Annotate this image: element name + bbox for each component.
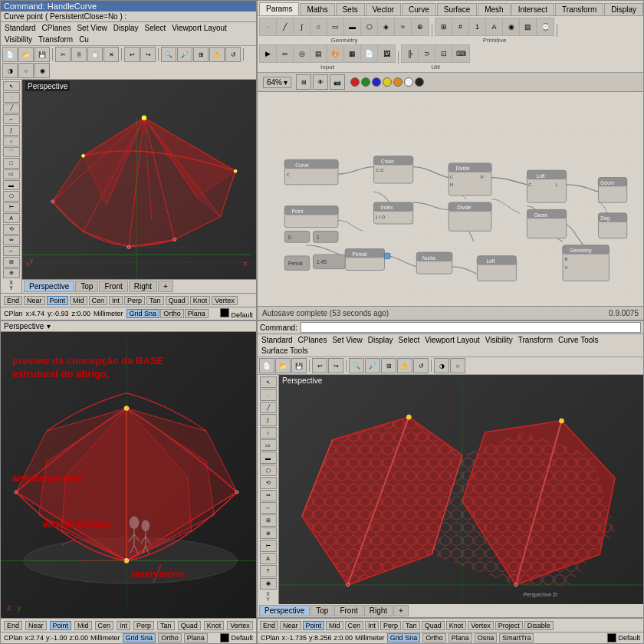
br-tab-add[interactable]: + — [393, 605, 409, 616]
grid-snap-btn[interactable]: Grid Sna — [127, 309, 160, 318]
br-scale[interactable]: ↔ — [260, 502, 277, 514]
open-btn[interactable]: 📂 — [18, 47, 34, 62]
select-tool[interactable]: ↖ — [3, 81, 20, 91]
save-btn[interactable]: 💾 — [34, 47, 50, 62]
ortho-btn[interactable]: Ortho — [160, 309, 184, 318]
menu-standard[interactable]: Standard — [2, 23, 38, 33]
scale-tool[interactable]: ↔ — [3, 246, 20, 256]
gh-icon-point[interactable]: · — [260, 18, 277, 35]
gh-tab-maths[interactable]: Maths — [300, 3, 334, 15]
br-command-input[interactable] — [301, 322, 641, 333]
tab-perspective-tl[interactable]: Perspective — [24, 281, 74, 292]
gh-util-script[interactable]: ⌨ — [452, 45, 469, 62]
gh-tab-mesh[interactable]: Mesh — [478, 3, 510, 15]
br-wire[interactable]: ○ — [450, 358, 465, 373]
gh-util-group[interactable]: ⊡ — [435, 45, 452, 62]
gh-tab-surface[interactable]: Surface — [437, 3, 477, 15]
menu-visibility[interactable]: Visibility — [2, 34, 34, 44]
snap-mid[interactable]: Mid — [70, 296, 87, 305]
br-zoom-out[interactable]: 🔎 — [365, 358, 380, 373]
wire-btn[interactable]: ○ — [18, 63, 34, 78]
br-menu-display[interactable]: Display — [366, 335, 396, 345]
br-menu-viewport-layout[interactable]: Viewport Layout — [422, 335, 482, 345]
tab-add-tl[interactable]: + — [158, 281, 173, 292]
br-mirror[interactable]: ⇔ — [260, 490, 277, 501]
br-snap-disable[interactable]: Disable — [524, 621, 554, 630]
redo-btn[interactable]: ↪ — [140, 47, 156, 62]
br-circle[interactable]: ○ — [260, 427, 277, 439]
curve-tool[interactable]: ∫ — [3, 125, 20, 135]
br-open[interactable]: 📂 — [275, 358, 291, 373]
gh-in-slider[interactable]: ═ — [277, 45, 294, 62]
gh-in-img[interactable]: 🖼 — [378, 45, 395, 62]
menu-cplanes[interactable]: CPlanes — [40, 23, 74, 33]
gh-icon-geo[interactable]: ⊕ — [412, 18, 429, 35]
gh-tab-display[interactable]: Display — [604, 3, 643, 15]
br-snap-project[interactable]: Project — [495, 621, 523, 630]
gh-util-relay[interactable]: ⊃ — [419, 45, 435, 62]
gh-icon-mesh[interactable]: ⬡ — [361, 18, 378, 35]
rotate-view-btn[interactable]: ↺ — [225, 47, 241, 62]
br-menu-visibility[interactable]: Visibility — [483, 335, 515, 345]
br-tab-front[interactable]: Front — [334, 605, 363, 616]
circle-tool[interactable]: ○ — [3, 136, 20, 146]
br-array[interactable]: ⊞ — [260, 514, 277, 526]
br-menu-setview[interactable]: Set View — [330, 335, 364, 345]
gh-tab-transform[interactable]: Transform — [555, 3, 603, 15]
paste-btn[interactable]: 📋 — [87, 47, 103, 62]
br-point[interactable]: · — [260, 389, 277, 400]
gh-eye-btn[interactable]: 👁 — [313, 74, 328, 90]
bl-vertex-snap[interactable]: Vertex — [227, 621, 253, 630]
gh-icon-surface[interactable]: ▭ — [327, 18, 344, 35]
br-zoom-all[interactable]: ⊞ — [381, 358, 396, 373]
br-osnap[interactable]: Osna — [475, 633, 498, 642]
br-redo[interactable]: ↪ — [328, 358, 343, 373]
snap-vertex[interactable]: Vertex — [212, 296, 238, 305]
undo-btn[interactable]: ↩ — [124, 47, 140, 62]
gh-tab-sets[interactable]: Sets — [336, 3, 365, 15]
br-new[interactable]: 📄 — [259, 358, 274, 373]
gh-tab-curve[interactable]: Curve — [402, 3, 436, 15]
br-snap-near[interactable]: Near — [280, 621, 301, 630]
br-line[interactable]: ╱ — [260, 402, 277, 413]
br-viewport[interactable]: Perspective — [279, 375, 643, 604]
br-tab-perspective[interactable]: Perspective — [259, 605, 310, 616]
menu-cu[interactable]: Cu — [77, 34, 91, 44]
bl-point-snap[interactable]: Point — [50, 621, 72, 630]
br-curve-tool[interactable]: ∫ — [260, 414, 277, 426]
gh-tab-params[interactable]: Params — [259, 2, 299, 15]
snap-quad[interactable]: Quad — [166, 296, 189, 305]
solid-tool[interactable]: ▬ — [3, 180, 20, 190]
menu-viewport-layout[interactable]: Viewport Layout — [169, 23, 229, 33]
br-planar[interactable]: Plana — [449, 633, 472, 642]
menu-setview[interactable]: Set View — [74, 23, 109, 33]
br-surf-tool[interactable]: ▭ — [260, 439, 277, 451]
bl-quad-snap[interactable]: Quad — [178, 621, 201, 630]
new-btn[interactable]: 📄 — [2, 47, 18, 62]
br-solid[interactable]: ▬ — [260, 452, 277, 463]
br-smarttrack[interactable]: SmartTra — [499, 633, 534, 642]
gh-icon-circle[interactable]: ○ — [310, 18, 327, 35]
menu-display[interactable]: Display — [111, 23, 141, 33]
rect-tool[interactable]: □ — [3, 158, 20, 168]
surface-tool[interactable]: ▭ — [3, 169, 20, 179]
bl-cen-snap[interactable]: Cen — [95, 621, 114, 630]
mesh-tool[interactable]: ⬡ — [3, 191, 20, 201]
tab-front-tl[interactable]: Front — [99, 281, 127, 292]
trans-tool[interactable]: ⟲ — [3, 224, 20, 234]
br-undo[interactable]: ↩ — [312, 358, 327, 373]
bl-near-snap[interactable]: Near — [25, 621, 47, 630]
render-btn[interactable]: ◉ — [34, 63, 50, 78]
gh-frame-btn[interactable]: ⊞ — [296, 74, 311, 90]
br-text[interactable]: A — [260, 553, 277, 564]
top-left-3d-canvas[interactable]: Perspective — [22, 80, 256, 293]
gh-zoom-display[interactable]: 64% ▾ — [263, 77, 291, 88]
br-menu-cplanes[interactable]: CPlanes — [296, 335, 330, 345]
array-tool[interactable]: ⊞ — [3, 257, 20, 267]
br-menu-surface-tools[interactable]: Surface Tools — [259, 346, 310, 356]
zoom-in-btn[interactable]: 🔍 — [161, 47, 176, 62]
br-snap-end[interactable]: End — [260, 621, 278, 630]
br-zoom-in[interactable]: 🔍 — [349, 358, 364, 373]
gh-in-color[interactable]: 🎨 — [327, 45, 344, 62]
bl-dropdown-icon[interactable]: ▾ — [47, 322, 51, 330]
